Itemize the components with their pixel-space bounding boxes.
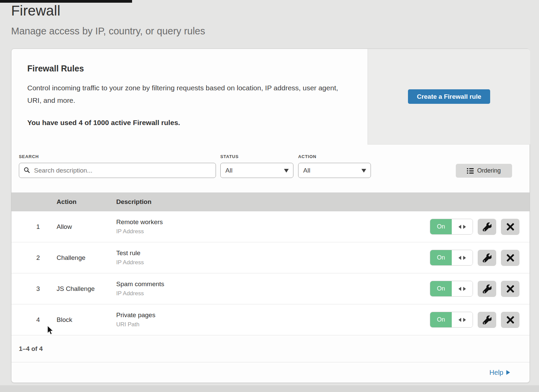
- rule-priority: 2: [30, 254, 46, 262]
- action-label: ACTION: [298, 154, 316, 159]
- create-firewall-rule-button[interactable]: Create a Firewall rule: [408, 89, 490, 104]
- rules-table-body: 1 Allow Remote workers IP Address On: [11, 211, 530, 335]
- table-row: 4 Block Private pages URI Path On: [11, 304, 530, 335]
- toggle-handle-icon[interactable]: [452, 250, 473, 265]
- rule-match-type: IP Address: [116, 228, 430, 235]
- rule-priority: 1: [30, 223, 46, 231]
- rule-enabled-toggle[interactable]: On: [430, 312, 473, 328]
- edit-rule-button[interactable]: [478, 312, 496, 328]
- rule-description: Test rule: [116, 249, 430, 257]
- window-chrome-strip: [0, 0, 132, 3]
- help-row: Help: [11, 362, 530, 383]
- toggle-on-label: On: [430, 250, 452, 265]
- delete-rule-button[interactable]: [501, 312, 519, 328]
- search-label: SEARCH: [19, 154, 39, 159]
- page-subtitle: Manage access by IP, country, or query r…: [11, 26, 205, 37]
- rule-match-type: URI Path: [116, 321, 430, 328]
- edit-rule-button[interactable]: [478, 281, 496, 297]
- search-icon: [24, 167, 30, 174]
- table-row: 1 Allow Remote workers IP Address On: [11, 211, 530, 242]
- page-bottom-strip: [0, 385, 539, 392]
- toggle-handle-icon[interactable]: [452, 312, 473, 327]
- rules-card-title: Firewall Rules: [27, 64, 351, 73]
- rule-action: Block: [57, 316, 107, 324]
- column-header-action: Action: [57, 198, 107, 206]
- rules-card-header: Firewall Rules Control incoming traffic …: [11, 49, 530, 145]
- table-row: 3 JS Challenge Spam comments IP Address …: [11, 273, 530, 304]
- rule-priority: 4: [30, 316, 46, 324]
- ordering-button[interactable]: Ordering: [456, 164, 512, 178]
- firewall-rules-card: Firewall Rules Control incoming traffic …: [11, 49, 530, 383]
- arrow-right-icon: [506, 370, 510, 375]
- action-select-value: All: [303, 167, 310, 174]
- toggle-on-label: On: [430, 312, 452, 327]
- table-row: 2 Challenge Test rule IP Address On: [11, 242, 530, 273]
- toggle-handle-icon[interactable]: [452, 219, 473, 234]
- search-input[interactable]: [19, 163, 216, 178]
- page-title: Firewall: [11, 3, 60, 19]
- rule-action: JS Challenge: [57, 285, 107, 293]
- rule-description: Spam comments: [116, 280, 430, 288]
- chevron-down-icon: [361, 169, 366, 173]
- rule-match-type: IP Address: [116, 259, 430, 266]
- close-icon: [507, 223, 514, 231]
- rule-enabled-toggle[interactable]: On: [430, 250, 473, 266]
- wrench-icon: [483, 284, 492, 293]
- ordered-list-icon: [467, 168, 474, 174]
- ordering-button-label: Ordering: [477, 167, 501, 174]
- toggle-handle-icon[interactable]: [452, 281, 473, 296]
- pagination-status: 1–4 of 4: [11, 335, 530, 362]
- status-select-value: All: [225, 167, 232, 174]
- create-rule-panel: Create a Firewall rule: [368, 49, 530, 145]
- close-icon: [507, 254, 514, 262]
- edit-rule-button[interactable]: [478, 219, 496, 235]
- close-icon: [507, 285, 514, 293]
- rule-description: Remote workers: [116, 218, 430, 226]
- close-icon: [507, 316, 514, 324]
- rule-priority: 3: [30, 285, 46, 293]
- rule-enabled-toggle[interactable]: On: [430, 281, 473, 297]
- filters-bar: SEARCH STATUS All ACTION All: [11, 145, 530, 192]
- action-select[interactable]: All: [298, 163, 371, 178]
- toggle-on-label: On: [430, 281, 452, 296]
- wrench-icon: [483, 315, 492, 324]
- rules-usage-text: You have used 4 of 1000 active Firewall …: [27, 119, 351, 127]
- delete-rule-button[interactable]: [501, 281, 519, 297]
- column-header-description: Description: [116, 198, 152, 206]
- chevron-down-icon: [284, 169, 289, 173]
- rule-action: Allow: [57, 223, 107, 231]
- toggle-on-label: On: [430, 219, 452, 234]
- rules-card-description: Control incoming traffic to your zone by…: [27, 82, 351, 107]
- rules-table-header: Action Description: [11, 192, 530, 211]
- wrench-icon: [483, 222, 492, 231]
- rule-description: Private pages: [116, 311, 430, 319]
- rule-action: Challenge: [57, 254, 107, 262]
- edit-rule-button[interactable]: [478, 250, 496, 266]
- delete-rule-button[interactable]: [501, 250, 519, 266]
- rule-enabled-toggle[interactable]: On: [430, 219, 473, 235]
- delete-rule-button[interactable]: [501, 219, 519, 235]
- status-select[interactable]: All: [220, 163, 293, 178]
- status-label: STATUS: [220, 154, 239, 159]
- wrench-icon: [483, 253, 492, 262]
- rule-match-type: IP Address: [116, 290, 430, 297]
- help-link[interactable]: Help: [489, 369, 510, 376]
- help-link-label: Help: [489, 369, 503, 376]
